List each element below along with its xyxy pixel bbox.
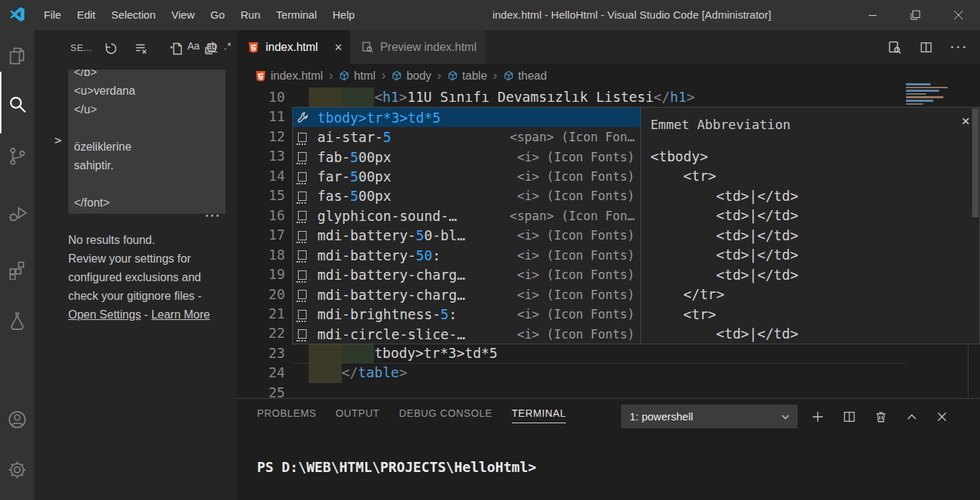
suggestion-item[interactable]: mdi-brightness-5:<i> (Icon Fonts) <box>293 304 640 324</box>
menu-terminal[interactable]: Terminal <box>269 0 325 30</box>
regex-icon[interactable]: .* <box>224 40 232 52</box>
abbreviation-icon <box>297 327 314 341</box>
breadcrumb-item-html[interactable]: html <box>339 70 375 82</box>
panel-tab-terminal[interactable]: TERMINAL <box>512 407 566 423</box>
search-query-line <box>74 175 225 194</box>
panel-tab-problems[interactable]: PROBLEMS <box>257 407 317 423</box>
panel-tabs: PROBLEMSOUTPUTDEBUG CONSOLETERMINAL <box>257 407 566 423</box>
close-panel-icon[interactable] <box>936 411 948 423</box>
chevron-down-icon <box>780 412 790 422</box>
suggestion-item[interactable]: mdi-battery-50:<i> (Icon Fonts) <box>293 245 640 265</box>
window-title: index.html - HelloHtml - Visual Studio C… <box>402 0 862 30</box>
search-icon[interactable] <box>6 93 28 115</box>
breadcrumb-item-index-html[interactable]: index.html <box>255 70 323 82</box>
code-line: </table> <box>342 363 408 382</box>
chevron-right-icon: › <box>329 68 333 83</box>
suggestion-detail: <i> (Icon Fonts) <box>517 327 635 341</box>
split-editor-icon[interactable] <box>920 41 933 54</box>
suggestion-item[interactable]: far-500px<i> (Icon Fonts) <box>293 166 640 186</box>
abbreviation-icon <box>297 288 314 302</box>
suggestion-label: glyphicon-sound-… <box>317 208 457 224</box>
editor-actions: ··· <box>887 30 980 64</box>
toggle-replace-chevron-icon[interactable]: > <box>55 133 62 147</box>
menu-file[interactable]: File <box>36 0 69 30</box>
link-separator: - <box>141 308 151 321</box>
indent-guide-block <box>309 88 342 107</box>
suggestion-item[interactable]: glyphicon-sound-…<span> (Icon Fon… <box>293 206 640 225</box>
kill-terminal-icon[interactable] <box>874 410 887 423</box>
abbreviation-icon <box>297 150 314 164</box>
testing-icon[interactable] <box>6 310 28 331</box>
explorer-icon[interactable] <box>6 45 28 67</box>
tab-preview-index-html[interactable]: Preview index.html <box>350 30 485 64</box>
whole-word-icon[interactable]: ab <box>206 40 218 52</box>
suggestion-label: ai-star-5 <box>317 129 391 145</box>
suggestion-details-panel: Emmet Abbreviation × <tbody> <tr> <td>|<… <box>640 108 979 344</box>
chevron-right-icon: › <box>381 68 386 83</box>
open-preview-side-icon[interactable] <box>887 40 902 55</box>
learn-more-link[interactable]: Learn More <box>151 308 210 321</box>
details-scrollbar[interactable] <box>972 108 979 217</box>
suggestion-label: tbody>tr*3>td*5 <box>317 110 441 126</box>
search-query-line: </b> <box>74 70 225 82</box>
minimap-line <box>906 103 923 105</box>
suggestion-item[interactable]: mdi-battery-charg…<i> (Icon Fonts) <box>293 285 640 304</box>
menu-edit[interactable]: Edit <box>69 0 103 30</box>
menu-bar: FileEditSelectionViewGoRunTerminalHelp <box>36 0 363 30</box>
menu-help[interactable]: Help <box>325 0 363 30</box>
minimize-button[interactable] <box>851 0 894 30</box>
panel-tab-debug-console[interactable]: DEBUG CONSOLE <box>399 407 493 423</box>
suggestion-detail: <i> (Icon Fonts) <box>517 150 635 164</box>
suggestion-item[interactable]: mdi-circle-slice-…<i> (Icon Fonts) <box>293 324 640 344</box>
suggestion-item[interactable]: tbody>tr*3>td*5 <box>293 108 640 127</box>
tab-label: Preview index.html <box>380 41 476 54</box>
suggestion-item[interactable]: fas-500px<i> (Icon Fonts) <box>293 187 640 206</box>
suggestion-detail: <i> (Icon Fonts) <box>517 228 635 242</box>
suggestion-list: tbody>tr*3>td*5ai-star-5<span> (Icon Fon… <box>293 108 640 344</box>
suggestion-label: fas-500px <box>317 188 391 204</box>
menu-run[interactable]: Run <box>233 0 269 30</box>
code-line: tbody>tr*3>td*5 <box>374 344 498 363</box>
refresh-icon[interactable] <box>102 42 118 57</box>
source-control-icon[interactable] <box>6 146 28 167</box>
close-icon[interactable]: × <box>961 112 970 129</box>
maximize-panel-icon[interactable] <box>906 411 918 423</box>
suggestion-detail: <i> (Icon Fonts) <box>517 288 635 302</box>
suggestion-item[interactable]: mdi-battery-charg…<i> (Icon Fonts) <box>293 265 640 285</box>
new-terminal-icon[interactable] <box>811 410 824 423</box>
toggle-search-details-icon[interactable]: ··· <box>205 209 221 222</box>
menu-view[interactable]: View <box>164 0 202 30</box>
close-window-button[interactable] <box>937 0 980 30</box>
menu-selection[interactable]: Selection <box>103 0 164 30</box>
breadcrumb-label: table <box>462 70 487 82</box>
suggestion-item[interactable]: mdi-battery-50-bl…<i> (Icon Fonts) <box>293 226 640 245</box>
symbol-cube-icon <box>391 70 402 81</box>
match-case-icon[interactable]: Aa <box>187 40 200 52</box>
terminal-select[interactable]: 1: powershell <box>621 405 798 428</box>
extensions-icon[interactable] <box>6 258 28 280</box>
minimap[interactable] <box>906 83 963 109</box>
restore-button[interactable] <box>894 0 937 30</box>
more-actions-icon[interactable]: ··· <box>951 41 969 54</box>
tab-index-html[interactable]: index.html× <box>237 30 350 64</box>
run-and-debug-icon[interactable] <box>6 203 28 225</box>
breadcrumb-item-table[interactable]: table <box>447 70 487 82</box>
close-tab-icon[interactable]: × <box>335 41 342 54</box>
split-terminal-icon[interactable] <box>843 410 856 423</box>
breadcrumb-item-thead[interactable]: thead <box>503 70 547 82</box>
breadcrumb-item-body[interactable]: body <box>391 70 431 82</box>
panel-tab-output[interactable]: OUTPUT <box>336 407 380 423</box>
new-search-editor-icon[interactable] <box>169 42 185 57</box>
search-query-line: <u>verdana <box>74 82 225 100</box>
menu-go[interactable]: Go <box>202 0 233 30</box>
settings-gear-icon[interactable] <box>6 459 28 481</box>
breadcrumb-label: html <box>354 70 375 82</box>
emmet-preview-line: <td>|</td> <box>650 187 798 206</box>
code-line: <h1>11U Sınıfı Devamsızlık Listesi</h1> <box>374 88 694 107</box>
search-input[interactable]: </b><u>verdana</u> özeliklerinesahiptir.… <box>68 70 225 214</box>
accounts-icon[interactable] <box>6 409 28 430</box>
suggestion-item[interactable]: ai-star-5<span> (Icon Fon… <box>293 127 640 146</box>
open-settings-link[interactable]: Open Settings <box>68 308 141 321</box>
suggestion-item[interactable]: fab-500px<i> (Icon Fonts) <box>293 147 640 166</box>
clear-results-icon[interactable] <box>134 42 150 57</box>
